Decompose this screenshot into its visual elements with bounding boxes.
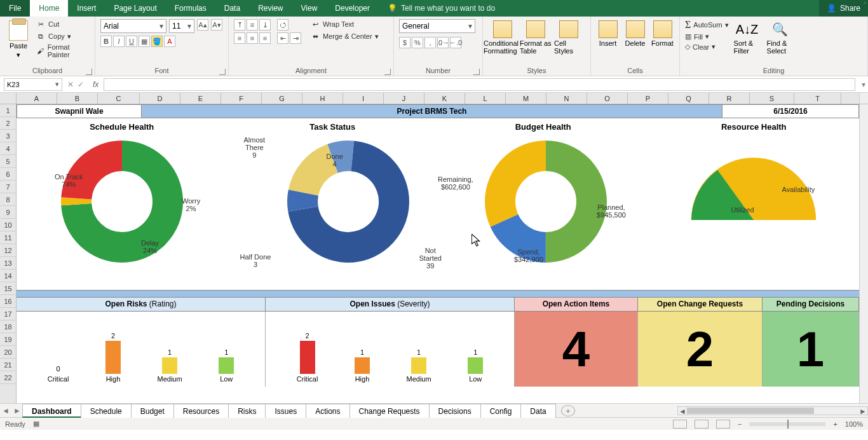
view-normal-icon[interactable] [673,420,687,429]
new-sheet-button[interactable]: ＋ [561,405,575,416]
zoom-in-icon[interactable]: + [833,420,837,428]
ribbon-tab-data[interactable]: Data [215,0,249,17]
currency-icon[interactable]: $ [399,37,410,48]
worksheet-area[interactable]: Swapnil Wale Project BRMS Tech 6/15/2016… [17,104,859,403]
underline-button[interactable]: U [126,36,137,47]
decrease-decimal-icon[interactable]: ←.0 [450,37,461,48]
column-header[interactable]: M [506,93,546,104]
align-left-icon[interactable]: ≡ [234,32,245,44]
column-header[interactable]: L [465,93,506,104]
ribbon-tab-review[interactable]: Review [249,0,292,17]
enter-formula-icon[interactable]: ✓ [78,80,84,89]
scroll-left-icon[interactable]: ◄ [678,407,687,415]
paste-button[interactable]: Paste ▾ [5,19,32,59]
comma-icon[interactable]: , [424,37,436,48]
copy-button[interactable]: ⧉Copy ▾ [36,31,90,41]
column-header[interactable]: O [587,93,628,104]
ribbon-tab-insert[interactable]: Insert [68,0,105,17]
format-as-table-button[interactable]: Format as Table [521,19,550,55]
column-header[interactable]: F [221,93,262,104]
orientation-icon[interactable]: ⭯ [277,19,288,31]
format-cells-button[interactable]: Format [651,19,674,47]
sheet-tab-dashboard[interactable]: Dashboard [22,404,81,418]
sheet-tab-change-requests[interactable]: Change Requests [349,404,430,418]
align-right-icon[interactable]: ≡ [259,32,271,44]
sheet-tab-resources[interactable]: Resources [173,404,229,418]
column-header[interactable]: P [628,93,668,104]
dialog-launcher-icon[interactable] [473,69,480,75]
ribbon-tab-developer[interactable]: Developer [326,0,379,17]
vertical-scrollbar[interactable] [859,104,868,403]
row-header[interactable]: 16 [0,295,16,308]
name-box[interactable]: K23▾ [4,78,62,91]
dialog-launcher-icon[interactable] [86,69,92,75]
share-button[interactable]: 👤 Share [819,0,868,17]
align-middle-icon[interactable]: ≡ [247,19,258,31]
column-header[interactable]: Q [668,93,709,104]
row-header[interactable]: 13 [0,257,16,270]
cut-button[interactable]: ✂Cut [36,19,90,29]
ribbon-tab-page-layout[interactable]: Page Layout [105,0,165,17]
row-header[interactable]: 11 [0,231,16,244]
sheet-tab-risks[interactable]: Risks [228,404,266,418]
insert-cells-button[interactable]: Insert [596,19,620,47]
sheet-tab-config[interactable]: Config [480,404,522,418]
bold-button[interactable]: B [100,36,112,47]
dialog-launcher-icon[interactable] [384,69,391,75]
row-header[interactable]: 7 [0,181,16,193]
row-header[interactable]: 19 [0,333,16,346]
view-page-break-icon[interactable] [716,420,730,429]
row-header[interactable]: 22 [0,371,16,384]
increase-indent-icon[interactable]: ⇥ [290,32,301,44]
sheet-tab-schedule[interactable]: Schedule [81,404,132,418]
dialog-launcher-icon[interactable] [219,69,226,75]
sheet-tab-data[interactable]: Data [520,404,555,418]
column-header[interactable]: K [424,93,465,104]
tab-nav-prev-icon[interactable]: ◄ [0,406,11,415]
delete-cells-button[interactable]: Delete [623,19,647,47]
row-header[interactable]: 4 [0,142,16,155]
italic-button[interactable]: I [113,36,125,47]
row-header[interactable]: 5 [0,155,16,168]
row-header[interactable]: 15 [0,282,16,295]
horizontal-scrollbar[interactable]: ◄ ► [677,406,868,415]
row-header[interactable]: 6 [0,168,16,181]
sheet-tab-issues[interactable]: Issues [265,404,306,418]
decrease-font-icon[interactable]: A▾ [211,19,222,31]
column-header[interactable]: J [384,93,424,104]
scrollbar-thumb[interactable] [687,408,814,414]
find-select-button[interactable]: 🔍Find & Select [766,19,795,55]
column-header[interactable]: H [302,93,343,104]
row-header[interactable]: 2 [0,117,16,130]
row-header[interactable]: 21 [0,359,16,371]
format-painter-button[interactable]: 🖌Format Painter [36,43,90,58]
column-header[interactable]: R [709,93,750,104]
select-all-corner[interactable] [0,93,17,104]
fill-button[interactable]: ▥Fill ▾ [685,32,729,41]
fx-icon[interactable]: fx [88,80,104,89]
column-header[interactable]: S [750,93,794,104]
align-bottom-icon[interactable]: ⤓ [259,19,271,31]
zoom-slider[interactable] [749,422,825,426]
column-header[interactable]: D [140,93,180,104]
row-header[interactable]: 10 [0,219,16,231]
row-header[interactable]: 3 [0,130,16,142]
merge-center-button[interactable]: ⬌Merge & Center ▾ [310,31,379,41]
column-header[interactable]: G [262,93,302,104]
row-header[interactable]: 12 [0,244,16,257]
cell-styles-button[interactable]: Cell Styles [554,19,583,55]
wrap-text-button[interactable]: ↩Wrap Text [310,19,379,29]
row-header[interactable]: 17 [0,308,16,320]
row-header[interactable]: 18 [0,320,16,333]
column-header[interactable]: T [794,93,841,104]
column-header[interactable]: E [180,93,221,104]
ribbon-tab-view[interactable]: View [292,0,327,17]
zoom-level[interactable]: 100% [845,420,863,428]
increase-decimal-icon[interactable]: .0→ [437,37,449,48]
column-header[interactable]: C [98,93,140,104]
align-top-icon[interactable]: ⤒ [234,19,245,31]
row-header[interactable]: 14 [0,270,16,282]
conditional-formatting-button[interactable]: Conditional Formatting [488,19,517,55]
ribbon-tab-formulas[interactable]: Formulas [166,0,215,17]
column-header[interactable]: N [546,93,587,104]
